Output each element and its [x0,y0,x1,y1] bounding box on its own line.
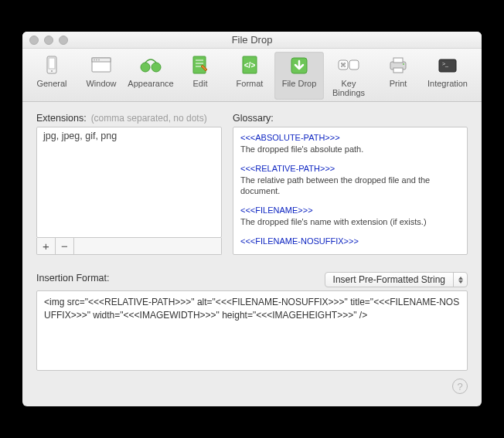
svg-point-6 [96,59,97,61]
svg-rect-10 [193,56,206,73]
glossary-key: <<<FILENAME-NOSUFFIX>>> [240,236,460,247]
tab-file-drop[interactable]: File Drop [274,52,324,100]
tab-label: Appearance [126,79,175,88]
svg-rect-22 [393,68,403,73]
add-button[interactable]: + [37,238,56,254]
svg-point-8 [141,63,150,72]
tab-integration[interactable]: >_ Integration [423,52,472,100]
format-icon: </> [238,55,261,76]
svg-point-7 [98,59,100,61]
glossary-label: Glossary: [233,113,468,124]
integration-icon: >_ [436,55,459,76]
window-controls [29,36,68,45]
svg-text:>_: >_ [442,61,448,67]
tab-label: File Drop [274,79,324,88]
tab-label: Format [225,79,274,88]
extensions-list-footer: + − [36,238,222,255]
zoom-icon[interactable] [59,36,68,45]
svg-rect-21 [393,58,403,63]
glossary-key: <<<RELATIVE-PATH>>> [240,163,460,175]
tab-window[interactable]: Window [77,52,126,100]
svg-text:⌘: ⌘ [340,62,346,69]
tab-label: Edit [175,79,225,88]
svg-point-5 [94,59,95,61]
glossary-key: <<<ABSOLUTE-PATH>>> [240,132,460,144]
remove-button[interactable]: − [56,238,74,254]
key-bindings-icon: ⌘ [337,55,360,76]
appearance-icon [139,55,162,76]
tab-format[interactable]: </> Format [225,52,274,100]
close-icon[interactable] [29,36,39,45]
glossary-desc: The dropped file's absolute path. [240,144,460,155]
tab-edit[interactable]: Edit [175,52,225,100]
chevron-updown-icon [453,273,467,287]
extensions-label: Extensions:(comma separated, no dots) [36,113,222,124]
window-icon [90,55,113,76]
dropdown-value: Insert Pre-Formatted String [325,274,453,285]
general-icon [40,55,63,76]
list-item[interactable]: jpg, jpeg, gif, png [37,127,221,144]
insertion-format-textarea[interactable]: <img src="<<<RELATIVE-PATH>>>" alt="<<<F… [36,290,468,371]
extensions-list[interactable]: jpg, jpeg, gif, png [36,127,222,238]
minimize-icon[interactable] [44,36,53,45]
svg-rect-18 [349,60,359,70]
svg-point-9 [152,63,161,72]
insertion-format-label: Insertion Format: [36,273,109,284]
edit-icon [189,55,212,76]
preferences-toolbar: General Window Appearance Edit </> Forma… [22,49,482,102]
tab-general[interactable]: General [27,52,77,100]
file-drop-icon [288,55,311,76]
glossary-key: <<<FILENAME>>> [240,205,460,216]
glossary-desc: The relative path between the dropped fi… [240,175,460,198]
tab-label: Print [373,79,423,88]
svg-point-23 [403,63,404,65]
glossary-desc: The dropped file's name with extension (… [240,216,460,228]
tab-label: Integration [423,79,472,88]
tab-key-bindings[interactable]: ⌘ Key Bindings [324,52,373,100]
window-title: File Drop [22,34,482,46]
content-pane: Extensions:(comma separated, no dots) jp… [22,102,482,406]
glossary-box[interactable]: <<<ABSOLUTE-PATH>>> The dropped file's a… [233,127,468,255]
svg-point-2 [51,70,53,72]
tab-print[interactable]: Print [373,52,423,100]
svg-rect-1 [49,58,55,69]
tab-appearance[interactable]: Appearance [126,52,175,100]
svg-text:</>: </> [244,61,256,70]
tab-label: Window [77,79,126,88]
tab-label: Key Bindings [324,79,373,97]
insert-preformatted-dropdown[interactable]: Insert Pre-Formatted String [325,272,468,287]
titlebar: File Drop [22,32,482,49]
print-icon [387,55,410,76]
preferences-window: File Drop General Window Appearance Edit [22,32,482,406]
help-button[interactable]: ? [452,379,468,394]
tab-label: General [27,79,77,88]
